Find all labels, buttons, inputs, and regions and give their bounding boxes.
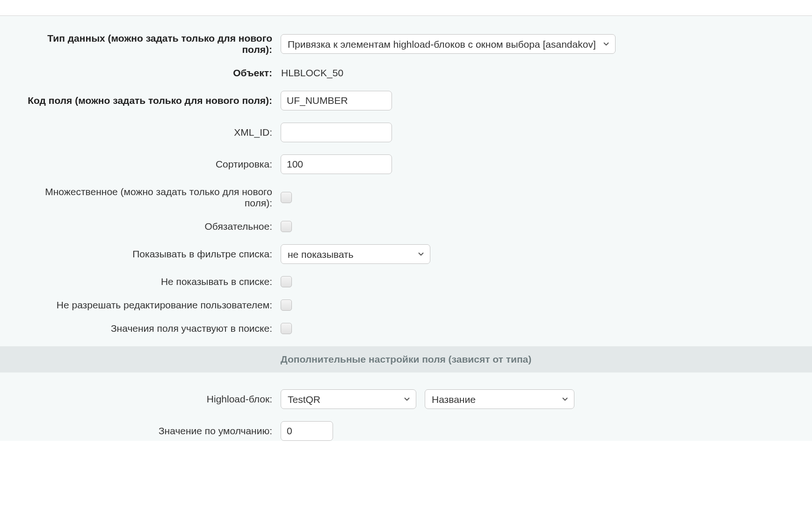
label-xml-id: XML_ID:	[19, 127, 281, 138]
row-object: Объект: HLBLOCK_50	[0, 67, 812, 79]
label-field-code: Код поля (можно задать только для нового…	[19, 95, 281, 106]
search-checkbox[interactable]	[281, 323, 292, 334]
value-filter-show: не показывать	[281, 244, 812, 264]
value-edit-deny	[281, 299, 812, 311]
value-highload-block: TestQR Название	[281, 389, 812, 409]
value-field-code	[281, 91, 812, 110]
label-edit-deny: Не разрешать редактирование пользователе…	[19, 299, 281, 311]
form-container: Тип данных (можно задать только для ново…	[0, 16, 812, 441]
data-type-select[interactable]: Привязка к элементам highload-блоков с о…	[281, 34, 616, 54]
default-value-input[interactable]	[281, 421, 333, 441]
multiple-checkbox[interactable]	[281, 192, 292, 203]
label-object: Объект:	[19, 67, 281, 79]
label-search: Значения поля участвуют в поиске:	[19, 323, 281, 334]
row-field-code: Код поля (можно задать только для нового…	[0, 91, 812, 110]
row-sort: Сортировка:	[0, 154, 812, 174]
value-multiple	[281, 192, 812, 203]
filter-show-select[interactable]: не показывать	[281, 244, 430, 264]
value-list-hide	[281, 276, 812, 287]
row-highload-block: Highload-блок: TestQR Название	[0, 389, 812, 409]
sort-input[interactable]	[281, 154, 392, 174]
row-default-value: Значение по умолчанию:	[0, 421, 812, 441]
highload-field-select[interactable]: Название	[425, 389, 574, 409]
value-object: HLBLOCK_50	[281, 67, 812, 79]
field-code-input[interactable]	[281, 91, 392, 110]
row-data-type: Тип данных (можно задать только для ново…	[0, 33, 812, 55]
edit-deny-checkbox[interactable]	[281, 299, 292, 311]
value-default-value	[281, 421, 812, 441]
list-hide-checkbox[interactable]	[281, 276, 292, 287]
row-filter-show: Показывать в фильтре списка: не показыва…	[0, 244, 812, 264]
label-highload-block: Highload-блок:	[19, 394, 281, 405]
value-xml-id	[281, 123, 812, 142]
section-header: Дополнительные настройки поля (зависят о…	[0, 346, 812, 372]
row-search: Значения поля участвуют в поиске:	[0, 323, 812, 334]
label-list-hide: Не показывать в списке:	[19, 276, 281, 287]
label-multiple: Множественное (можно задать только для н…	[19, 186, 281, 209]
label-default-value: Значение по умолчанию:	[19, 425, 281, 437]
label-sort: Сортировка:	[19, 159, 281, 170]
top-bar	[0, 0, 812, 16]
value-mandatory	[281, 221, 812, 232]
row-mandatory: Обязательное:	[0, 221, 812, 232]
mandatory-checkbox[interactable]	[281, 221, 292, 232]
label-mandatory: Обязательное:	[19, 221, 281, 232]
xml-id-input[interactable]	[281, 123, 392, 142]
value-data-type: Привязка к элементам highload-блоков с о…	[281, 34, 812, 54]
highload-block-select[interactable]: TestQR	[281, 389, 416, 409]
object-text: HLBLOCK_50	[281, 67, 343, 79]
row-edit-deny: Не разрешать редактирование пользователе…	[0, 299, 812, 311]
row-list-hide: Не показывать в списке:	[0, 276, 812, 287]
row-xml-id: XML_ID:	[0, 123, 812, 142]
value-search	[281, 323, 812, 334]
label-data-type: Тип данных (можно задать только для ново…	[19, 33, 281, 55]
value-sort	[281, 154, 812, 174]
row-multiple: Множественное (можно задать только для н…	[0, 186, 812, 209]
label-filter-show: Показывать в фильтре списка:	[19, 248, 281, 260]
